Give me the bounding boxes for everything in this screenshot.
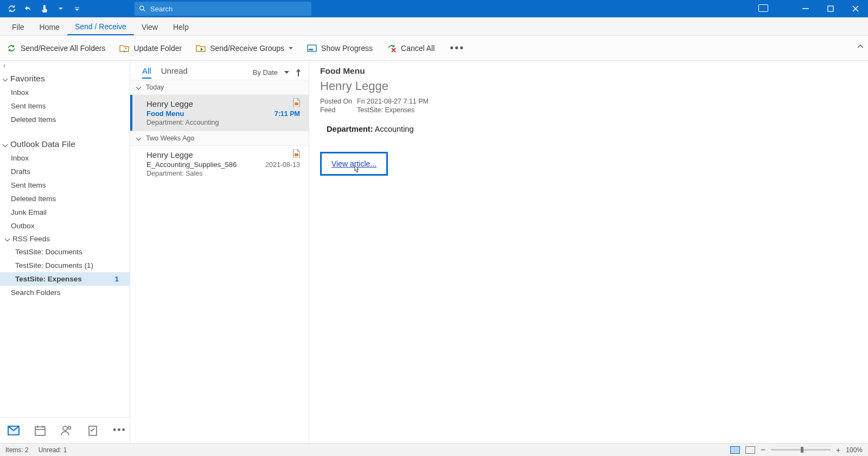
folder-sent-items[interactable]: Sent Items [0, 99, 130, 113]
groups-icon [196, 43, 206, 53]
datafile-header[interactable]: Outlook Data File [0, 136, 130, 151]
status-bar: Items: 2 Unread: 1 − + 100% [0, 443, 868, 456]
qat-dropdown-icon[interactable] [56, 4, 65, 13]
rss-feed-item[interactable]: TestSite: Documents [0, 245, 130, 259]
meta-feed: Feed TestSite: Expenses [320, 106, 857, 114]
title-bar [0, 0, 868, 17]
filter-bar: All Unread By Date [130, 61, 309, 80]
tab-file[interactable]: File [4, 18, 32, 35]
body-value: Accounting [375, 125, 414, 133]
favorites-section: Favorites Inbox Sent Items Deleted Items [0, 70, 130, 130]
layout-normal-icon[interactable] [730, 446, 740, 454]
folder-deleted-items[interactable]: Deleted Items [0, 113, 130, 126]
group-label: Today [146, 84, 164, 91]
folder-search-folders[interactable]: Search Folders [0, 286, 130, 299]
chevron-down-icon [137, 84, 142, 91]
rss-feed-item[interactable]: TestSite: Documents (1) [0, 259, 130, 272]
tab-home[interactable]: Home [32, 18, 67, 35]
cmd-label: Send/Receive Groups [210, 44, 284, 53]
status-items: Items: 2 [5, 446, 29, 454]
folder-deleted-items[interactable]: Deleted Items [0, 192, 130, 205]
group-header[interactable]: Two Weeks Ago [130, 131, 309, 146]
maximize-button[interactable] [818, 0, 843, 17]
folder-sent-items[interactable]: Sent Items [0, 178, 130, 192]
zoom-in-button[interactable]: + [836, 446, 840, 454]
reading-pane: Food Menu Henry Legge Posted On Fri 2021… [309, 61, 868, 443]
touch-mode-icon[interactable] [40, 4, 49, 13]
svg-rect-18 [89, 426, 97, 435]
tab-send-receive[interactable]: Send / Receive [67, 18, 134, 35]
search-icon [139, 5, 146, 12]
people-icon[interactable] [61, 425, 73, 436]
message-list-pane: All Unread By Date Today Henry Legge Foo… [130, 61, 309, 443]
svg-rect-8 [309, 49, 313, 50]
display-options-icon[interactable] [758, 4, 768, 12]
folder-inbox[interactable]: Inbox [0, 151, 130, 165]
message-from: Henry Legge [146, 99, 300, 108]
minimize-button[interactable] [793, 0, 818, 17]
qat-more-icon[interactable] [73, 4, 81, 13]
tasks-icon[interactable] [88, 425, 98, 436]
cmd-cancel-all[interactable]: Cancel All [385, 41, 437, 55]
meta-label: Feed [320, 106, 357, 114]
folder-outbox[interactable]: Outbox [0, 219, 130, 233]
svg-rect-7 [308, 45, 316, 52]
filter-all[interactable]: All [142, 66, 151, 79]
sort-control[interactable]: By Date [253, 68, 301, 76]
folder-junk-email[interactable]: Junk Email [0, 205, 130, 219]
cmd-show-progress[interactable]: Show Progress [305, 41, 375, 55]
ribbon-overflow[interactable]: ••• [446, 42, 468, 54]
calendar-icon[interactable] [35, 425, 46, 436]
tab-help[interactable]: Help [165, 18, 196, 35]
search-box[interactable] [135, 2, 311, 16]
message-time: 7:11 PM [275, 110, 300, 118]
svg-point-16 [63, 426, 67, 431]
chevron-down-icon [137, 134, 142, 142]
ribbon-commands: Send/Receive All Folders Update Folder S… [0, 36, 868, 61]
view-article-box: View article... [320, 152, 388, 176]
tab-view[interactable]: View [134, 18, 165, 35]
cmd-update-folder[interactable]: Update Folder [117, 41, 184, 55]
main-area: ‹ Favorites Inbox Sent Items Deleted Ite… [0, 61, 868, 443]
mail-icon[interactable] [8, 426, 20, 435]
collapse-folder-pane[interactable]: ‹ [0, 61, 130, 70]
group-header[interactable]: Today [130, 80, 309, 95]
undo-icon[interactable] [24, 4, 33, 13]
window-controls [793, 0, 868, 17]
progress-icon [307, 43, 317, 53]
search-input[interactable] [150, 5, 307, 13]
meta-posted-on: Posted On Fri 2021-08-27 7:11 PM [320, 98, 857, 105]
svg-point-17 [68, 426, 71, 429]
favorites-header[interactable]: Favorites [0, 70, 130, 86]
sync-icon[interactable] [8, 4, 16, 13]
filter-unread[interactable]: Unread [161, 66, 188, 79]
zoom-out-button[interactable]: − [761, 445, 765, 455]
cmd-send-receive-all[interactable]: Send/Receive All Folders [4, 41, 107, 55]
svg-rect-20 [295, 153, 298, 156]
message-item[interactable]: Henry Legge E_Accounting_Supplies_586 De… [130, 146, 309, 182]
view-article-link[interactable]: View article... [331, 159, 376, 168]
message-item-selected[interactable]: Henry Legge Food Menu Department: Accoun… [130, 95, 309, 131]
close-button[interactable] [843, 0, 868, 17]
chevron-down-icon [289, 46, 293, 50]
rss-label: RSS Feeds [12, 235, 50, 243]
sort-ascending-icon[interactable] [296, 69, 301, 76]
cmd-label: Send/Receive All Folders [21, 44, 105, 53]
status-unread: Unread: 1 [39, 446, 67, 454]
cmd-send-receive-groups[interactable]: Send/Receive Groups [194, 41, 295, 55]
rss-feeds-header[interactable]: RSS Feeds [0, 233, 130, 245]
update-folder-icon [119, 43, 129, 53]
cmd-label: Show Progress [321, 44, 373, 53]
attachment-icon [292, 149, 300, 158]
body-label: Department: [327, 125, 373, 133]
folder-label: TestSite: Expenses [15, 275, 82, 283]
layout-reading-icon[interactable] [745, 446, 755, 454]
zoom-slider[interactable] [771, 449, 831, 451]
folder-drafts[interactable]: Drafts [0, 165, 130, 178]
nav-more-icon[interactable]: ••• [113, 425, 126, 436]
ribbon-tabs: File Home Send / Receive View Help [0, 17, 868, 36]
folder-inbox[interactable]: Inbox [0, 86, 130, 99]
collapse-ribbon-icon[interactable] [857, 43, 864, 50]
rss-feed-item-selected[interactable]: TestSite: Expenses 1 [0, 272, 130, 286]
meta-label: Posted On [320, 98, 357, 105]
